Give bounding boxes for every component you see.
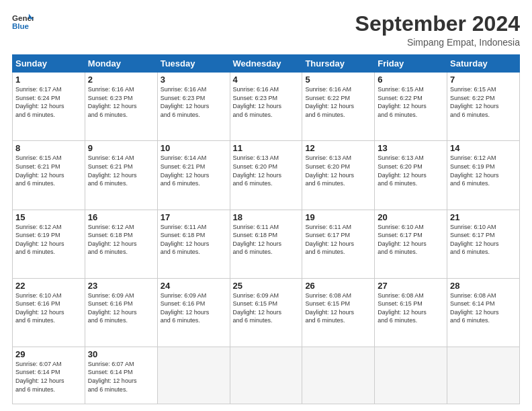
day-number: 30 <box>88 349 154 359</box>
day-info: Sunrise: 6:09 AMSunset: 6:16 PMDaylight:… <box>88 292 137 324</box>
day-number: 14 <box>450 143 517 153</box>
calendar-cell <box>302 347 375 404</box>
day-number: 8 <box>15 143 82 153</box>
day-info: Sunrise: 6:16 AMSunset: 6:22 PMDaylight:… <box>305 86 354 118</box>
day-number: 13 <box>378 143 444 153</box>
day-of-week-sunday: Sunday <box>13 55 85 73</box>
calendar-cell: 19 Sunrise: 6:11 AMSunset: 6:17 PMDaylig… <box>302 210 375 278</box>
calendar-cell: 7 Sunrise: 6:15 AMSunset: 6:22 PMDayligh… <box>447 73 520 141</box>
day-info: Sunrise: 6:12 AMSunset: 6:19 PMDaylight:… <box>15 224 64 256</box>
calendar-header-row: SundayMondayTuesdayWednesdayThursdayFrid… <box>13 55 520 73</box>
day-number: 2 <box>88 75 154 85</box>
day-number: 5 <box>305 75 371 85</box>
day-info: Sunrise: 6:16 AMSunset: 6:23 PMDaylight:… <box>233 86 282 118</box>
day-info: Sunrise: 6:14 AMSunset: 6:21 PMDaylight:… <box>88 154 137 187</box>
day-number: 1 <box>15 75 82 85</box>
calendar-cell: 3 Sunrise: 6:16 AMSunset: 6:23 PMDayligh… <box>157 73 230 141</box>
calendar-cell: 15 Sunrise: 6:12 AMSunset: 6:19 PMDaylig… <box>13 210 85 278</box>
day-info: Sunrise: 6:10 AMSunset: 6:17 PMDaylight:… <box>378 224 427 256</box>
week-row-2: 8 Sunrise: 6:15 AMSunset: 6:21 PMDayligh… <box>13 141 520 210</box>
calendar-cell: 24 Sunrise: 6:09 AMSunset: 6:16 PMDaylig… <box>157 278 230 347</box>
day-of-week-tuesday: Tuesday <box>157 55 230 73</box>
day-number: 15 <box>15 212 82 222</box>
calendar-cell: 18 Sunrise: 6:11 AMSunset: 6:18 PMDaylig… <box>230 210 302 278</box>
day-number: 19 <box>305 212 371 222</box>
day-info: Sunrise: 6:08 AMSunset: 6:14 PMDaylight:… <box>450 292 499 324</box>
calendar-cell: 14 Sunrise: 6:12 AMSunset: 6:19 PMDaylig… <box>447 141 520 210</box>
day-number: 21 <box>450 212 517 222</box>
calendar-cell: 10 Sunrise: 6:14 AMSunset: 6:21 PMDaylig… <box>157 141 230 210</box>
day-number: 9 <box>88 143 154 153</box>
day-info: Sunrise: 6:13 AMSunset: 6:20 PMDaylight:… <box>378 154 427 187</box>
day-info: Sunrise: 6:14 AMSunset: 6:21 PMDaylight:… <box>161 154 210 187</box>
calendar-cell: 20 Sunrise: 6:10 AMSunset: 6:17 PMDaylig… <box>375 210 447 278</box>
calendar-cell: 5 Sunrise: 6:16 AMSunset: 6:22 PMDayligh… <box>302 73 375 141</box>
day-number: 7 <box>450 75 517 85</box>
day-number: 10 <box>161 143 227 153</box>
day-of-week-thursday: Thursday <box>302 55 375 73</box>
title-block: September 2024 Simpang Empat, Indonesia <box>355 12 520 48</box>
calendar-cell: 21 Sunrise: 6:10 AMSunset: 6:17 PMDaylig… <box>447 210 520 278</box>
day-number: 20 <box>378 212 444 222</box>
week-row-4: 22 Sunrise: 6:10 AMSunset: 6:16 PMDaylig… <box>13 278 520 347</box>
day-of-week-saturday: Saturday <box>447 55 520 73</box>
calendar-cell <box>447 347 520 404</box>
calendar-cell: 12 Sunrise: 6:13 AMSunset: 6:20 PMDaylig… <box>302 141 375 210</box>
calendar-cell: 1 Sunrise: 6:17 AMSunset: 6:24 PMDayligh… <box>13 73 85 141</box>
day-of-week-wednesday: Wednesday <box>230 55 302 73</box>
calendar-cell: 30 Sunrise: 6:07 AMSunset: 6:14 PMDaylig… <box>85 347 157 404</box>
calendar-table: SundayMondayTuesdayWednesdayThursdayFrid… <box>12 54 520 404</box>
calendar-cell <box>230 347 302 404</box>
calendar-cell: 2 Sunrise: 6:16 AMSunset: 6:23 PMDayligh… <box>85 73 157 141</box>
calendar-cell: 27 Sunrise: 6:08 AMSunset: 6:15 PMDaylig… <box>375 278 447 347</box>
week-row-5: 29 Sunrise: 6:07 AMSunset: 6:14 PMDaylig… <box>13 347 520 404</box>
day-info: Sunrise: 6:12 AMSunset: 6:19 PMDaylight:… <box>450 154 499 187</box>
week-row-3: 15 Sunrise: 6:12 AMSunset: 6:19 PMDaylig… <box>13 210 520 278</box>
day-info: Sunrise: 6:08 AMSunset: 6:15 PMDaylight:… <box>378 292 427 324</box>
location: Simpang Empat, Indonesia <box>355 37 520 48</box>
calendar-cell: 9 Sunrise: 6:14 AMSunset: 6:21 PMDayligh… <box>85 141 157 210</box>
calendar-cell: 11 Sunrise: 6:13 AMSunset: 6:20 PMDaylig… <box>230 141 302 210</box>
week-row-1: 1 Sunrise: 6:17 AMSunset: 6:24 PMDayligh… <box>13 73 520 141</box>
calendar-cell: 23 Sunrise: 6:09 AMSunset: 6:16 PMDaylig… <box>85 278 157 347</box>
day-info: Sunrise: 6:10 AMSunset: 6:17 PMDaylight:… <box>450 224 499 256</box>
calendar-cell: 22 Sunrise: 6:10 AMSunset: 6:16 PMDaylig… <box>13 278 85 347</box>
page: General Blue September 2024 Simpang Empa… <box>0 0 532 411</box>
calendar-cell: 29 Sunrise: 6:07 AMSunset: 6:14 PMDaylig… <box>13 347 85 404</box>
month-title: September 2024 <box>355 12 520 36</box>
day-number: 26 <box>305 281 371 291</box>
calendar-cell: 6 Sunrise: 6:15 AMSunset: 6:22 PMDayligh… <box>375 73 447 141</box>
day-number: 16 <box>88 212 154 222</box>
svg-text:Blue: Blue <box>12 22 30 30</box>
calendar-cell: 28 Sunrise: 6:08 AMSunset: 6:14 PMDaylig… <box>447 278 520 347</box>
day-info: Sunrise: 6:15 AMSunset: 6:22 PMDaylight:… <box>378 86 427 118</box>
day-number: 25 <box>233 281 300 291</box>
calendar-cell: 26 Sunrise: 6:08 AMSunset: 6:15 PMDaylig… <box>302 278 375 347</box>
calendar-cell: 13 Sunrise: 6:13 AMSunset: 6:20 PMDaylig… <box>375 141 447 210</box>
day-number: 3 <box>161 75 227 85</box>
day-info: Sunrise: 6:11 AMSunset: 6:17 PMDaylight:… <box>305 224 354 256</box>
header: General Blue September 2024 Simpang Empa… <box>12 12 520 48</box>
day-info: Sunrise: 6:16 AMSunset: 6:23 PMDaylight:… <box>161 86 210 118</box>
day-info: Sunrise: 6:07 AMSunset: 6:14 PMDaylight:… <box>15 361 64 393</box>
day-info: Sunrise: 6:07 AMSunset: 6:14 PMDaylight:… <box>88 361 137 393</box>
day-number: 4 <box>233 75 300 85</box>
day-number: 18 <box>233 212 300 222</box>
calendar-cell: 25 Sunrise: 6:09 AMSunset: 6:15 PMDaylig… <box>230 278 302 347</box>
day-number: 12 <box>305 143 371 153</box>
day-number: 11 <box>233 143 300 153</box>
calendar-cell <box>375 347 447 404</box>
logo: General Blue <box>12 12 34 31</box>
day-info: Sunrise: 6:09 AMSunset: 6:15 PMDaylight:… <box>233 292 282 324</box>
calendar-cell: 8 Sunrise: 6:15 AMSunset: 6:21 PMDayligh… <box>13 141 85 210</box>
calendar-cell: 16 Sunrise: 6:12 AMSunset: 6:18 PMDaylig… <box>85 210 157 278</box>
day-info: Sunrise: 6:15 AMSunset: 6:21 PMDaylight:… <box>15 154 64 187</box>
day-of-week-friday: Friday <box>375 55 447 73</box>
day-number: 28 <box>450 281 517 291</box>
day-info: Sunrise: 6:09 AMSunset: 6:16 PMDaylight:… <box>161 292 210 324</box>
day-info: Sunrise: 6:17 AMSunset: 6:24 PMDaylight:… <box>15 86 64 118</box>
day-number: 23 <box>88 281 154 291</box>
day-info: Sunrise: 6:15 AMSunset: 6:22 PMDaylight:… <box>450 86 499 118</box>
calendar-cell: 17 Sunrise: 6:11 AMSunset: 6:18 PMDaylig… <box>157 210 230 278</box>
day-info: Sunrise: 6:11 AMSunset: 6:18 PMDaylight:… <box>161 224 210 256</box>
